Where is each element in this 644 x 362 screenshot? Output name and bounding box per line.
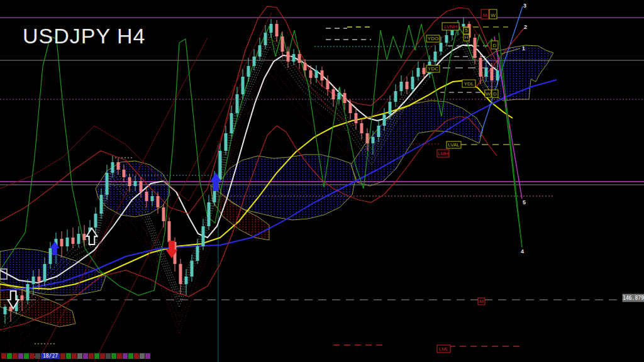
candle-body bbox=[417, 68, 420, 77]
candle-body bbox=[264, 33, 267, 45]
candle-body bbox=[179, 264, 182, 284]
session-strip-block bbox=[128, 353, 133, 359]
candle-body bbox=[343, 93, 347, 103]
pivot-label-text: YDL bbox=[464, 81, 474, 87]
candle-body bbox=[60, 239, 64, 246]
candle-body bbox=[485, 68, 488, 77]
candle-body bbox=[49, 248, 52, 264]
candle-body bbox=[72, 238, 75, 244]
session-strip-block bbox=[77, 353, 82, 359]
session-strip-block bbox=[18, 353, 23, 359]
wave-number-label: 2 bbox=[524, 24, 527, 30]
candle-body bbox=[219, 151, 222, 179]
session-strip-block bbox=[24, 353, 29, 359]
pivot-label-text: M bbox=[483, 13, 487, 18]
session-strip-block bbox=[106, 353, 111, 359]
candle-body bbox=[315, 70, 318, 78]
candle-body bbox=[281, 36, 284, 52]
session-strip-block bbox=[30, 353, 35, 359]
pivot-label-text: W bbox=[491, 13, 496, 18]
candle-body bbox=[491, 68, 494, 80]
session-strip-block bbox=[13, 353, 18, 359]
pivot-label-text: YDC bbox=[428, 66, 438, 72]
candle-body bbox=[309, 70, 313, 78]
candle-body bbox=[411, 77, 414, 89]
candlestick-chart-canvas[interactable]: MWLVNH5HYDODYDCYDLWDLVALLMHMLML3215418/2… bbox=[0, 0, 644, 362]
candle-body bbox=[134, 181, 137, 186]
session-strip-block bbox=[35, 353, 40, 359]
price-tag-value: 146.879 bbox=[623, 295, 644, 301]
candle-body bbox=[162, 207, 165, 221]
candle-body bbox=[225, 133, 228, 151]
session-strip-block bbox=[83, 353, 88, 359]
wave-number-label: 1 bbox=[522, 45, 525, 52]
pivot-label-text: M bbox=[479, 299, 484, 304]
wave-number-label: 5 bbox=[523, 199, 526, 206]
session-strip-block bbox=[111, 353, 116, 359]
candle-body bbox=[389, 102, 392, 114]
candle-body bbox=[196, 246, 199, 261]
session-strip-block bbox=[94, 353, 99, 359]
candle-body bbox=[236, 94, 239, 113]
pivot-label-text: 5 bbox=[465, 28, 468, 33]
candle-body bbox=[21, 295, 24, 300]
pivot-label-text: LMH bbox=[438, 151, 448, 156]
candle-body bbox=[230, 113, 233, 133]
pivot-label-text: LVAL bbox=[448, 142, 460, 148]
candle-body bbox=[451, 30, 454, 35]
session-strip-block bbox=[100, 353, 105, 359]
session-strip-block bbox=[7, 353, 12, 359]
candle-body bbox=[321, 70, 324, 80]
candle-body bbox=[208, 202, 211, 226]
candle-body bbox=[474, 38, 477, 58]
candle-body bbox=[423, 68, 426, 74]
candle-body bbox=[298, 54, 301, 63]
candle-body bbox=[355, 113, 358, 123]
candle-body bbox=[140, 181, 143, 192]
session-strip-block bbox=[123, 353, 128, 359]
candle-body bbox=[151, 196, 154, 201]
candle-body bbox=[338, 93, 341, 99]
pivot-label-text: H bbox=[465, 35, 469, 40]
candle-body bbox=[270, 24, 273, 33]
candle-body bbox=[394, 91, 397, 102]
candle-body bbox=[168, 221, 171, 242]
candle-body bbox=[360, 123, 364, 133]
candle-body bbox=[258, 45, 262, 57]
candle-body bbox=[4, 307, 7, 314]
session-strip-counter: 18/27 bbox=[43, 353, 58, 359]
candle-body bbox=[377, 126, 380, 137]
session-strip-block bbox=[1, 353, 6, 359]
candle-body bbox=[287, 52, 290, 62]
candle-body bbox=[185, 277, 188, 284]
pivot-label-text: D bbox=[493, 91, 497, 97]
session-strip-block bbox=[145, 353, 150, 359]
candle-body bbox=[117, 162, 120, 170]
candle-body bbox=[440, 43, 443, 52]
candle-body bbox=[43, 264, 47, 282]
candle-body bbox=[304, 63, 307, 70]
red-diag-1 bbox=[38, 38, 208, 362]
session-strip-block bbox=[134, 353, 139, 359]
pivot-label-text: LVNH bbox=[444, 24, 457, 30]
candle-body bbox=[247, 66, 250, 77]
candle-body bbox=[462, 24, 465, 26]
candle-body bbox=[94, 214, 97, 228]
candle-body bbox=[128, 177, 131, 186]
candle-body bbox=[372, 137, 375, 143]
candle-body bbox=[66, 238, 69, 246]
candle-body bbox=[349, 103, 352, 113]
candle-body bbox=[191, 261, 194, 277]
candle-body bbox=[111, 162, 114, 173]
session-strip-block bbox=[117, 353, 122, 359]
candle-body bbox=[157, 196, 160, 207]
candle-body bbox=[38, 277, 41, 282]
candle-body bbox=[32, 277, 35, 284]
candle-body bbox=[26, 284, 30, 300]
candle-body bbox=[326, 80, 330, 89]
candle-body bbox=[242, 77, 245, 94]
candle-body bbox=[496, 70, 499, 80]
candle-body bbox=[253, 57, 256, 66]
candle-body bbox=[445, 35, 448, 43]
symbol-timeframe-title: USDJPY H4 bbox=[23, 24, 145, 48]
